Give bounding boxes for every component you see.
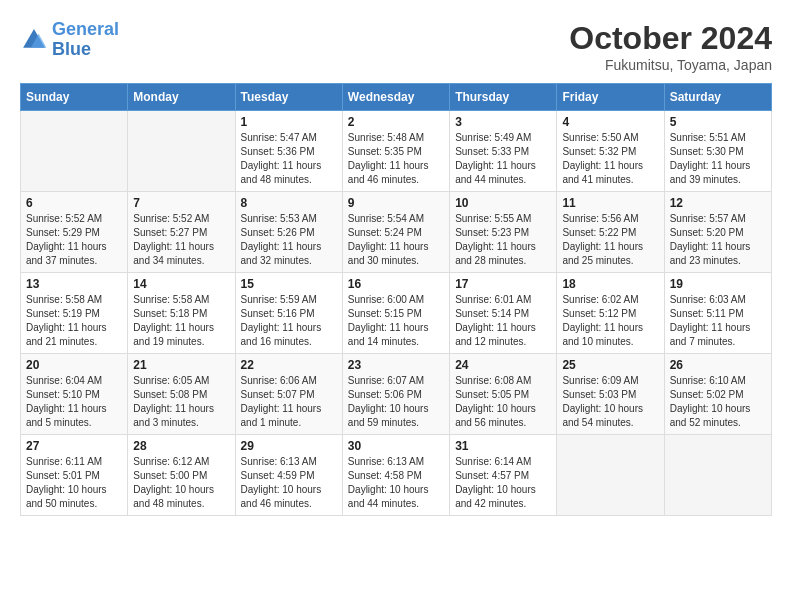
day-number: 4 — [562, 115, 658, 129]
day-info: Sunrise: 6:11 AM Sunset: 5:01 PM Dayligh… — [26, 455, 122, 511]
day-cell: 9Sunrise: 5:54 AM Sunset: 5:24 PM Daylig… — [342, 192, 449, 273]
day-cell — [664, 435, 771, 516]
day-cell: 19Sunrise: 6:03 AM Sunset: 5:11 PM Dayli… — [664, 273, 771, 354]
day-cell: 24Sunrise: 6:08 AM Sunset: 5:05 PM Dayli… — [450, 354, 557, 435]
day-cell: 14Sunrise: 5:58 AM Sunset: 5:18 PM Dayli… — [128, 273, 235, 354]
calendar-body: 1Sunrise: 5:47 AM Sunset: 5:36 PM Daylig… — [21, 111, 772, 516]
day-cell: 1Sunrise: 5:47 AM Sunset: 5:36 PM Daylig… — [235, 111, 342, 192]
day-number: 5 — [670, 115, 766, 129]
day-cell: 23Sunrise: 6:07 AM Sunset: 5:06 PM Dayli… — [342, 354, 449, 435]
col-saturday: Saturday — [664, 84, 771, 111]
day-number: 30 — [348, 439, 444, 453]
day-number: 21 — [133, 358, 229, 372]
day-cell: 13Sunrise: 5:58 AM Sunset: 5:19 PM Dayli… — [21, 273, 128, 354]
day-cell: 8Sunrise: 5:53 AM Sunset: 5:26 PM Daylig… — [235, 192, 342, 273]
day-number: 24 — [455, 358, 551, 372]
col-wednesday: Wednesday — [342, 84, 449, 111]
day-number: 26 — [670, 358, 766, 372]
day-cell: 7Sunrise: 5:52 AM Sunset: 5:27 PM Daylig… — [128, 192, 235, 273]
calendar-table: Sunday Monday Tuesday Wednesday Thursday… — [20, 83, 772, 516]
day-number: 17 — [455, 277, 551, 291]
day-cell: 30Sunrise: 6:13 AM Sunset: 4:58 PM Dayli… — [342, 435, 449, 516]
logo-icon — [20, 26, 48, 54]
col-sunday: Sunday — [21, 84, 128, 111]
day-cell: 18Sunrise: 6:02 AM Sunset: 5:12 PM Dayli… — [557, 273, 664, 354]
logo-line2: Blue — [52, 39, 91, 59]
col-friday: Friday — [557, 84, 664, 111]
day-cell — [557, 435, 664, 516]
day-number: 11 — [562, 196, 658, 210]
day-cell: 31Sunrise: 6:14 AM Sunset: 4:57 PM Dayli… — [450, 435, 557, 516]
title-block: October 2024 Fukumitsu, Toyama, Japan — [569, 20, 772, 73]
day-info: Sunrise: 6:13 AM Sunset: 4:59 PM Dayligh… — [241, 455, 337, 511]
day-cell: 29Sunrise: 6:13 AM Sunset: 4:59 PM Dayli… — [235, 435, 342, 516]
day-number: 31 — [455, 439, 551, 453]
week-row-2: 6Sunrise: 5:52 AM Sunset: 5:29 PM Daylig… — [21, 192, 772, 273]
day-cell: 2Sunrise: 5:48 AM Sunset: 5:35 PM Daylig… — [342, 111, 449, 192]
day-info: Sunrise: 6:03 AM Sunset: 5:11 PM Dayligh… — [670, 293, 766, 349]
day-info: Sunrise: 6:09 AM Sunset: 5:03 PM Dayligh… — [562, 374, 658, 430]
header-row: Sunday Monday Tuesday Wednesday Thursday… — [21, 84, 772, 111]
day-info: Sunrise: 5:59 AM Sunset: 5:16 PM Dayligh… — [241, 293, 337, 349]
day-info: Sunrise: 5:58 AM Sunset: 5:18 PM Dayligh… — [133, 293, 229, 349]
location: Fukumitsu, Toyama, Japan — [569, 57, 772, 73]
day-cell: 10Sunrise: 5:55 AM Sunset: 5:23 PM Dayli… — [450, 192, 557, 273]
day-info: Sunrise: 5:52 AM Sunset: 5:29 PM Dayligh… — [26, 212, 122, 268]
day-info: Sunrise: 5:52 AM Sunset: 5:27 PM Dayligh… — [133, 212, 229, 268]
day-cell: 22Sunrise: 6:06 AM Sunset: 5:07 PM Dayli… — [235, 354, 342, 435]
day-number: 1 — [241, 115, 337, 129]
day-info: Sunrise: 6:08 AM Sunset: 5:05 PM Dayligh… — [455, 374, 551, 430]
day-number: 19 — [670, 277, 766, 291]
calendar-header: Sunday Monday Tuesday Wednesday Thursday… — [21, 84, 772, 111]
day-info: Sunrise: 6:14 AM Sunset: 4:57 PM Dayligh… — [455, 455, 551, 511]
day-cell: 28Sunrise: 6:12 AM Sunset: 5:00 PM Dayli… — [128, 435, 235, 516]
day-cell: 6Sunrise: 5:52 AM Sunset: 5:29 PM Daylig… — [21, 192, 128, 273]
day-number: 3 — [455, 115, 551, 129]
month-title: October 2024 — [569, 20, 772, 57]
day-info: Sunrise: 5:53 AM Sunset: 5:26 PM Dayligh… — [241, 212, 337, 268]
day-cell: 21Sunrise: 6:05 AM Sunset: 5:08 PM Dayli… — [128, 354, 235, 435]
day-info: Sunrise: 5:57 AM Sunset: 5:20 PM Dayligh… — [670, 212, 766, 268]
day-info: Sunrise: 6:05 AM Sunset: 5:08 PM Dayligh… — [133, 374, 229, 430]
day-info: Sunrise: 5:47 AM Sunset: 5:36 PM Dayligh… — [241, 131, 337, 187]
day-info: Sunrise: 5:55 AM Sunset: 5:23 PM Dayligh… — [455, 212, 551, 268]
day-number: 6 — [26, 196, 122, 210]
logo-line1: General — [52, 19, 119, 39]
day-info: Sunrise: 6:10 AM Sunset: 5:02 PM Dayligh… — [670, 374, 766, 430]
logo-text: General Blue — [52, 20, 119, 60]
week-row-4: 20Sunrise: 6:04 AM Sunset: 5:10 PM Dayli… — [21, 354, 772, 435]
day-info: Sunrise: 6:02 AM Sunset: 5:12 PM Dayligh… — [562, 293, 658, 349]
day-number: 13 — [26, 277, 122, 291]
day-number: 8 — [241, 196, 337, 210]
col-tuesday: Tuesday — [235, 84, 342, 111]
day-number: 28 — [133, 439, 229, 453]
day-number: 12 — [670, 196, 766, 210]
day-info: Sunrise: 5:51 AM Sunset: 5:30 PM Dayligh… — [670, 131, 766, 187]
day-info: Sunrise: 6:13 AM Sunset: 4:58 PM Dayligh… — [348, 455, 444, 511]
day-cell: 3Sunrise: 5:49 AM Sunset: 5:33 PM Daylig… — [450, 111, 557, 192]
day-cell: 27Sunrise: 6:11 AM Sunset: 5:01 PM Dayli… — [21, 435, 128, 516]
day-cell: 4Sunrise: 5:50 AM Sunset: 5:32 PM Daylig… — [557, 111, 664, 192]
day-cell — [128, 111, 235, 192]
day-info: Sunrise: 6:00 AM Sunset: 5:15 PM Dayligh… — [348, 293, 444, 349]
day-number: 20 — [26, 358, 122, 372]
day-info: Sunrise: 6:06 AM Sunset: 5:07 PM Dayligh… — [241, 374, 337, 430]
day-number: 18 — [562, 277, 658, 291]
logo: General Blue — [20, 20, 119, 60]
day-info: Sunrise: 5:50 AM Sunset: 5:32 PM Dayligh… — [562, 131, 658, 187]
day-info: Sunrise: 6:01 AM Sunset: 5:14 PM Dayligh… — [455, 293, 551, 349]
week-row-3: 13Sunrise: 5:58 AM Sunset: 5:19 PM Dayli… — [21, 273, 772, 354]
day-cell: 5Sunrise: 5:51 AM Sunset: 5:30 PM Daylig… — [664, 111, 771, 192]
day-info: Sunrise: 5:58 AM Sunset: 5:19 PM Dayligh… — [26, 293, 122, 349]
day-number: 9 — [348, 196, 444, 210]
day-cell: 20Sunrise: 6:04 AM Sunset: 5:10 PM Dayli… — [21, 354, 128, 435]
day-info: Sunrise: 6:12 AM Sunset: 5:00 PM Dayligh… — [133, 455, 229, 511]
day-number: 2 — [348, 115, 444, 129]
col-monday: Monday — [128, 84, 235, 111]
day-cell: 25Sunrise: 6:09 AM Sunset: 5:03 PM Dayli… — [557, 354, 664, 435]
day-cell: 26Sunrise: 6:10 AM Sunset: 5:02 PM Dayli… — [664, 354, 771, 435]
day-info: Sunrise: 6:04 AM Sunset: 5:10 PM Dayligh… — [26, 374, 122, 430]
week-row-1: 1Sunrise: 5:47 AM Sunset: 5:36 PM Daylig… — [21, 111, 772, 192]
col-thursday: Thursday — [450, 84, 557, 111]
day-number: 7 — [133, 196, 229, 210]
